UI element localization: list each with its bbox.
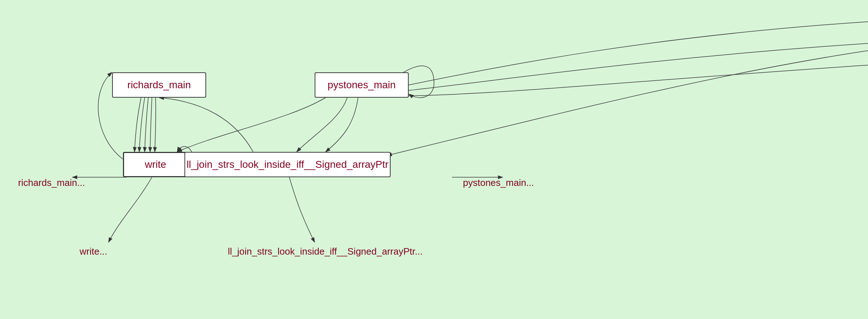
label-write-sub: write... xyxy=(80,246,107,257)
node-pystones-main[interactable]: pystones_main xyxy=(315,72,409,98)
label-pystones-main-sub: pystones_main... xyxy=(463,177,534,188)
node-write-label: write xyxy=(145,159,166,170)
node-ll-join-label: ll_join_strs_look_inside_iff__Signed_arr… xyxy=(187,159,388,170)
node-richards-main-label: richards_main xyxy=(127,79,191,91)
node-ll-join[interactable]: ll_join_strs_look_inside_iff__Signed_arr… xyxy=(184,152,391,177)
node-richards-main[interactable]: richards_main xyxy=(112,72,206,98)
label-ll-join-sub: ll_join_strs_look_inside_iff__Signed_arr… xyxy=(228,246,423,257)
node-write[interactable]: write xyxy=(123,152,188,177)
node-pystones-main-label: pystones_main xyxy=(328,79,396,91)
label-richards-main-sub: richards_main... xyxy=(18,177,85,188)
graph-container: richards_main pystones_main write ll_joi… xyxy=(0,0,868,319)
